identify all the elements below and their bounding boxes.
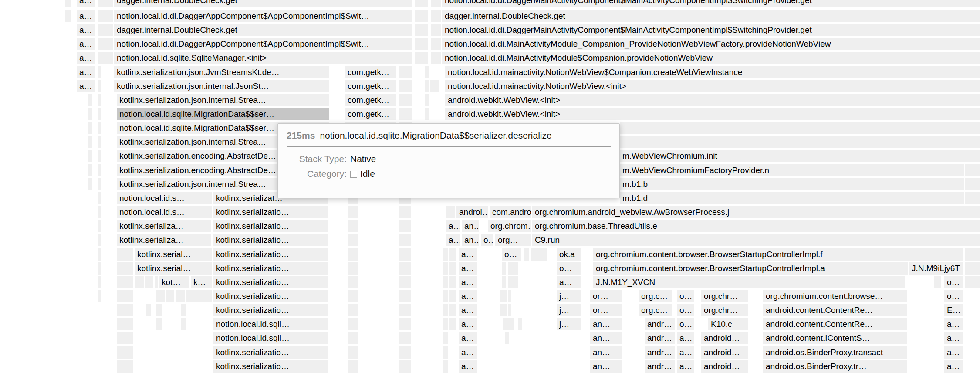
stack-frame[interactable]: org.chr… xyxy=(701,290,748,302)
stack-frame-fragment[interactable] xyxy=(399,304,411,316)
stack-frame-fragment[interactable] xyxy=(88,136,92,148)
stack-frame-fragment[interactable] xyxy=(443,346,448,359)
stack-frame[interactable]: com.getk… xyxy=(345,80,396,92)
stack-frame[interactable]: a… xyxy=(446,220,460,232)
stack-frame-fragment[interactable] xyxy=(156,290,165,302)
stack-frame[interactable]: android… xyxy=(701,346,748,359)
stack-frame-fragment[interactable] xyxy=(965,262,980,275)
stack-frame-fragment[interactable] xyxy=(98,10,113,22)
stack-frame[interactable]: a… xyxy=(459,304,477,316)
stack-frame[interactable]: notion.local.id.s… xyxy=(117,206,212,218)
stack-frame[interactable]: a… xyxy=(557,276,581,288)
stack-frame-fragment[interactable] xyxy=(399,108,412,120)
stack-frame-fragment[interactable] xyxy=(518,318,522,330)
stack-frame-fragment[interactable] xyxy=(399,360,411,373)
stack-frame-fragment[interactable] xyxy=(431,52,441,64)
stack-frame[interactable]: notion.local.id.s… xyxy=(117,192,212,204)
stack-frame-fragment[interactable] xyxy=(98,122,101,134)
stack-frame[interactable]: an… xyxy=(462,220,479,232)
stack-frame-fragment[interactable] xyxy=(146,304,151,316)
stack-frame-fragment[interactable] xyxy=(98,220,101,232)
stack-frame-fragment[interactable] xyxy=(88,164,92,176)
stack-frame[interactable]: a… xyxy=(459,332,477,344)
stack-frame[interactable]: notion.local.id.mainactivity.NotionWebVi… xyxy=(445,80,980,92)
stack-frame-fragment[interactable] xyxy=(348,304,358,316)
stack-frame[interactable]: m.b1.d xyxy=(620,192,964,204)
stack-frame-fragment[interactable] xyxy=(399,248,411,261)
stack-frame[interactable]: a… xyxy=(77,10,95,22)
stack-frame-fragment[interactable] xyxy=(166,290,174,302)
stack-frame[interactable]: android… xyxy=(701,360,748,373)
stack-frame[interactable]: org.chromium.content.browser.BrowserStar… xyxy=(593,248,963,261)
stack-frame-fragment[interactable] xyxy=(348,290,358,302)
stack-frame[interactable]: andr… xyxy=(645,332,675,344)
stack-frame-fragment[interactable] xyxy=(500,304,507,316)
stack-frame-fragment[interactable] xyxy=(98,262,101,275)
stack-frame[interactable]: kotlinx.serial… xyxy=(135,262,212,275)
stack-frame-fragment[interactable] xyxy=(65,10,71,22)
stack-frame[interactable]: notion.local.id.sqlite.SqliteManager.<in… xyxy=(114,52,412,64)
stack-frame[interactable]: kotlinx.serializa… xyxy=(117,234,211,246)
stack-frame-fragment[interactable] xyxy=(399,332,411,344)
stack-frame[interactable]: k… xyxy=(191,276,212,288)
stack-frame[interactable]: a… xyxy=(677,346,694,359)
stack-frame[interactable]: o… xyxy=(481,234,493,246)
stack-frame-fragment[interactable] xyxy=(348,276,358,288)
stack-frame[interactable]: android… xyxy=(701,332,748,344)
stack-frame-fragment[interactable] xyxy=(88,150,92,162)
stack-frame[interactable]: org.chromium.content.browse… xyxy=(763,290,907,302)
stack-frame[interactable]: kotlinx.serializatio… xyxy=(213,262,328,275)
stack-frame[interactable]: org.chrom… xyxy=(488,220,531,232)
stack-frame[interactable]: com.andro… xyxy=(490,206,531,218)
stack-frame-fragment[interactable] xyxy=(425,94,429,106)
stack-frame[interactable]: or… xyxy=(590,290,622,302)
stack-frame[interactable]: android.os.BinderProxy.tr… xyxy=(763,360,907,373)
stack-frame-fragment[interactable] xyxy=(98,290,101,302)
stack-frame-fragment[interactable] xyxy=(503,318,514,330)
stack-frame[interactable]: android.os.BinderProxy.transact xyxy=(763,346,907,359)
stack-frame[interactable]: E… xyxy=(944,304,963,316)
stack-frame-fragment[interactable] xyxy=(500,290,507,302)
stack-frame[interactable]: notion.local.id.sqlite.MigrationData$$se… xyxy=(117,108,329,120)
stack-frame-fragment[interactable] xyxy=(415,52,428,64)
stack-frame[interactable]: an… xyxy=(590,318,622,330)
stack-frame[interactable]: a… xyxy=(459,262,477,275)
stack-frame[interactable]: android.content.IContentS… xyxy=(763,332,907,344)
stack-frame[interactable]: an… xyxy=(590,360,622,373)
stack-frame-fragment[interactable] xyxy=(98,192,101,204)
stack-frame-fragment[interactable] xyxy=(415,38,428,50)
stack-frame[interactable]: j… xyxy=(557,304,581,316)
stack-frame[interactable]: notion.local.id.sqli… xyxy=(213,332,328,344)
stack-frame-fragment[interactable] xyxy=(98,178,101,190)
stack-frame-fragment[interactable] xyxy=(443,248,448,261)
stack-frame-fragment[interactable] xyxy=(443,290,448,302)
stack-frame-fragment[interactable] xyxy=(117,290,133,302)
stack-frame[interactable]: o… xyxy=(944,290,963,302)
stack-frame[interactable]: kotlinx.serializatio… xyxy=(213,290,328,302)
stack-frame[interactable]: a… xyxy=(944,360,963,373)
stack-frame[interactable]: ok.a xyxy=(557,248,581,261)
stack-frame-fragment[interactable] xyxy=(415,0,428,7)
stack-frame[interactable]: a… xyxy=(77,24,95,36)
stack-frame[interactable]: a… xyxy=(944,332,963,344)
stack-frame[interactable]: kotlinx.serializatio… xyxy=(213,234,328,246)
stack-frame[interactable]: J.N.M1Y_XVCN xyxy=(593,276,905,288)
stack-frame-fragment[interactable] xyxy=(508,262,518,275)
stack-frame[interactable]: kotlinx.serializatio… xyxy=(213,276,328,288)
stack-frame[interactable]: a… xyxy=(459,318,477,330)
stack-frame-fragment[interactable] xyxy=(508,304,511,316)
stack-frame[interactable]: a… xyxy=(77,0,95,7)
stack-frame-fragment[interactable] xyxy=(98,80,101,92)
stack-frame-fragment[interactable] xyxy=(65,0,71,7)
stack-frame[interactable]: a… xyxy=(77,66,95,78)
stack-frame[interactable]: o… xyxy=(502,248,521,261)
stack-frame-fragment[interactable] xyxy=(117,276,133,288)
stack-frame-fragment[interactable] xyxy=(443,360,448,373)
stack-frame[interactable]: o… xyxy=(677,318,694,330)
stack-frame-fragment[interactable] xyxy=(117,248,133,261)
stack-frame[interactable]: notion.local.id.di.DaggerMainActivityCom… xyxy=(442,24,980,36)
stack-frame-fragment[interactable] xyxy=(348,332,358,344)
stack-frame-fragment[interactable] xyxy=(425,80,429,92)
stack-frame[interactable]: andr… xyxy=(645,318,675,330)
stack-frame[interactable]: kotlinx.serialization.json.JvmStreamsKt.… xyxy=(114,66,329,78)
